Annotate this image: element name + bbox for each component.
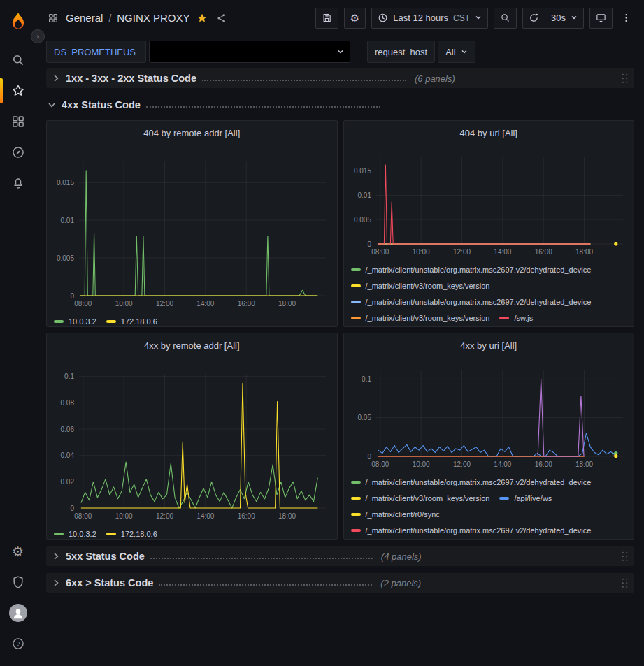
row-header-1xx-3xx-2xx[interactable]: 1xx - 3xx - 2xx Status Code (6 panels) <box>46 68 634 88</box>
sidebar-item-explore[interactable] <box>0 137 36 168</box>
legend-item[interactable]: /api/live/ws <box>499 491 552 506</box>
legend-swatch <box>54 533 64 535</box>
tv-mode-button[interactable] <box>589 8 613 29</box>
time-series-chart[interactable]: 00.050.108:0010:0012:0014:0016:0018:00 <box>350 354 629 470</box>
row-drag-handle[interactable] <box>621 551 629 563</box>
legend-label: /_matrix/client/v3/room_keys/version <box>366 491 490 506</box>
search-icon <box>11 53 25 67</box>
sidebar-item-starred[interactable] <box>0 75 36 106</box>
row-drag-handle[interactable] <box>621 577 629 589</box>
sidebar-item-alerting[interactable] <box>0 168 36 198</box>
svg-text:18:00: 18:00 <box>278 512 296 520</box>
legend-label: /_matrix/client/unstable/org.matrix.msc2… <box>366 294 592 310</box>
refresh-interval-dropdown[interactable]: 30s <box>545 8 584 29</box>
breadcrumb-section[interactable]: General <box>66 12 103 24</box>
refresh-button[interactable] <box>522 8 545 29</box>
svg-text:10:00: 10:00 <box>115 300 133 307</box>
legend-item[interactable]: /_matrix/client/unstable/org.matrix.msc2… <box>351 262 592 277</box>
datasource-variable-label[interactable]: DS_PROMETHEUS <box>46 41 146 63</box>
time-series-chart[interactable]: 00.0050.010.01508:0010:0012:0014:0016:00… <box>52 142 331 310</box>
row-header-6xx[interactable]: 6xx > Status Code (2 panels) <box>46 573 634 593</box>
sidebar-item-server-admin[interactable] <box>0 567 36 598</box>
chart-legend: /_matrix/client/unstable/org.matrix.msc2… <box>350 258 629 326</box>
row-title: 6xx > Status Code <box>66 577 153 588</box>
svg-text:0.1: 0.1 <box>64 372 74 380</box>
breadcrumb-dashboard-title[interactable]: NGINX PROXY <box>117 12 189 24</box>
panel-title[interactable]: 404 by remote addr [All] <box>52 125 331 142</box>
legend-item[interactable]: 172.18.0.6 <box>106 314 157 326</box>
request-host-variable-label[interactable]: request_host <box>367 41 435 63</box>
legend-item[interactable]: /_matrix/client/v3/room_keys/version <box>351 491 490 506</box>
save-icon <box>322 13 332 23</box>
legend-swatch <box>351 481 361 484</box>
legend-item[interactable]: /sw.js <box>499 310 533 326</box>
legend-item[interactable]: /_matrix/client/unstable/org.matrix.msc2… <box>351 475 592 490</box>
legend-label: 10.0.3.2 <box>69 526 96 539</box>
svg-text:10:00: 10:00 <box>412 248 429 256</box>
legend-swatch <box>106 320 116 323</box>
svg-text:0.005: 0.005 <box>57 254 74 262</box>
legend-item[interactable]: /_matrix/client/v3/room_keys/version <box>351 310 490 326</box>
chevron-right-icon <box>52 74 60 82</box>
request-host-value: All <box>445 47 455 57</box>
legend-item[interactable]: 10.0.3.2 <box>54 526 96 539</box>
legend-item[interactable]: /_matrix/client/r0/sync <box>351 507 440 522</box>
sidebar-item-configuration[interactable]: ⚙ <box>0 536 36 567</box>
top-navbar: General / NGINX PROXY <box>36 0 644 36</box>
svg-text:12:00: 12:00 <box>156 512 173 520</box>
time-range-picker[interactable]: Last 12 hours CST <box>371 8 488 29</box>
row-header-4xx[interactable]: 4xx Status Code <box>46 95 634 115</box>
chart-legend: 10.0.3.2172.18.0.6 <box>52 310 331 326</box>
favorite-star-button[interactable] <box>195 11 209 25</box>
monitor-icon <box>596 13 606 23</box>
svg-text:14:00: 14:00 <box>494 248 511 256</box>
save-dashboard-button[interactable] <box>315 8 338 29</box>
request-host-label-text: request_host <box>375 47 427 57</box>
apps-grid-button[interactable] <box>46 11 60 25</box>
sidebar-item-search[interactable] <box>0 45 36 75</box>
chart-legend: /_matrix/client/unstable/org.matrix.msc2… <box>350 470 629 539</box>
legend-item[interactable]: /_matrix/client/unstable/org.matrix.msc2… <box>351 523 592 538</box>
legend-swatch <box>351 513 361 516</box>
svg-text:16:00: 16:00 <box>238 300 255 307</box>
panel-title[interactable]: 4xx by remote addr [All] <box>52 338 331 354</box>
time-series-chart[interactable]: 00.020.040.060.080.108:0010:0012:0014:00… <box>52 354 331 522</box>
svg-text:08:00: 08:00 <box>74 300 92 307</box>
svg-text:0: 0 <box>70 505 74 512</box>
row-drag-handle[interactable] <box>621 73 629 85</box>
row-dotted-leader <box>202 80 406 81</box>
zoom-out-icon <box>500 13 510 23</box>
sidebar-expand-button[interactable]: › <box>31 29 45 43</box>
chevron-down-icon <box>571 13 578 23</box>
legend-item[interactable]: /_matrix/client/v3/room_keys/version <box>351 278 490 294</box>
legend-item[interactable]: /_matrix/client/unstable/org.matrix.msc2… <box>351 294 592 310</box>
legend-item[interactable]: 10.0.3.2 <box>54 314 96 326</box>
panel-title[interactable]: 4xx by uri [All] <box>350 338 629 354</box>
dashboard-variables-bar: DS_PROMETHEUS request_host All <box>36 36 644 67</box>
row-title: 5xx Status Code <box>66 551 145 562</box>
row-header-5xx[interactable]: 5xx Status Code (4 panels) <box>46 546 634 566</box>
datasource-select[interactable] <box>149 41 350 63</box>
panel-404-by-remote-addr: 404 by remote addr [All] 00.0050.010.015… <box>46 120 338 327</box>
share-button[interactable] <box>215 11 229 25</box>
svg-text:08:00: 08:00 <box>371 248 389 256</box>
svg-text:0: 0 <box>367 453 371 461</box>
time-series-chart[interactable]: 00.0050.010.01508:0010:0012:0014:0016:00… <box>350 142 629 258</box>
zoom-out-button[interactable] <box>494 8 517 29</box>
sidebar-item-dashboards[interactable] <box>0 106 36 137</box>
kebab-menu-button[interactable] <box>618 8 634 29</box>
sidebar-item-profile[interactable] <box>0 598 36 628</box>
panel-title[interactable]: 404 by uri [All] <box>350 125 629 142</box>
legend-label: /_matrix/client/v3/room_keys/version <box>366 278 490 294</box>
row-panel-count: (4 panels) <box>381 551 422 562</box>
chevron-right-icon <box>52 579 60 587</box>
legend-item[interactable]: 172.18.0.6 <box>106 526 157 539</box>
dashboard-settings-button[interactable]: ⚙ <box>344 8 366 29</box>
svg-text:0.05: 0.05 <box>357 414 371 421</box>
request-host-select[interactable]: All <box>438 41 475 63</box>
kebab-icon <box>621 13 631 23</box>
chevron-down-icon <box>475 13 482 23</box>
sidebar-item-help[interactable]: ? <box>0 628 36 659</box>
gear-icon: ⚙ <box>350 13 359 23</box>
time-range-label: Last 12 hours <box>393 13 448 23</box>
